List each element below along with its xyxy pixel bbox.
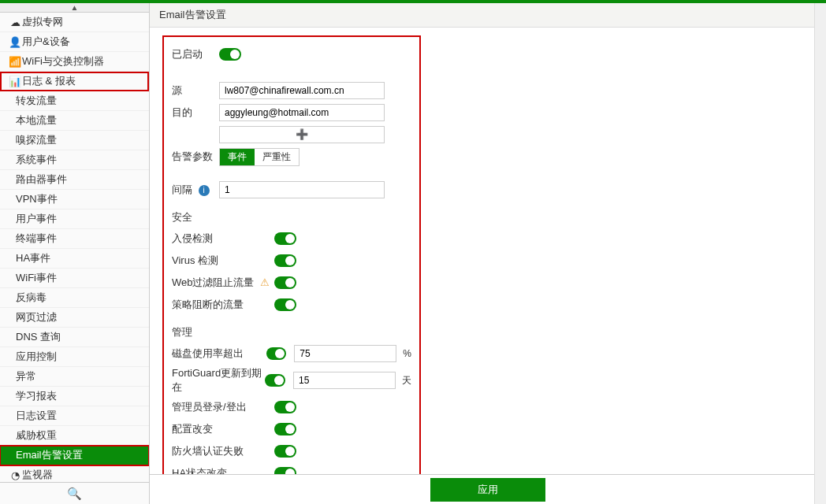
form-container: 已启动 源 目的 ➕ 告警参数 [162, 35, 421, 474]
sidebar-item-20[interactable]: 日志设置 [0, 406, 149, 426]
main-panel: 已启动 源 目的 ➕ 告警参数 [150, 28, 826, 474]
intrusion-label: 入侵检测 [172, 232, 274, 246]
sidebar-item-7[interactable]: 系统事件 [0, 150, 149, 170]
policy-toggle[interactable] [274, 298, 296, 311]
sidebar-item-label: 学习报表 [16, 389, 57, 403]
sidebar-item-16[interactable]: DNS 查询 [0, 328, 149, 347]
nav-icon: 👤 [8, 36, 22, 48]
sidebar-footer: 🔍 [0, 482, 149, 504]
sidebar-item-6[interactable]: 嗅探流量 [0, 131, 149, 150]
sidebar-item-label: Email告警设置 [16, 448, 83, 462]
sidebar-item-3[interactable]: 📊日志 & 报表 [0, 72, 149, 91]
interval-label: 间隔 i [172, 183, 219, 197]
sidebar-item-label: 终端事件 [16, 232, 57, 246]
ha-label: HA状态改变 [172, 466, 274, 474]
sidebar-item-label: 日志设置 [16, 409, 57, 423]
sidebar-item-label: 反病毒 [16, 291, 47, 305]
fwauth-label: 防火墙认证失败 [172, 444, 274, 458]
nav-icon: ☁ [8, 17, 22, 28]
alert-param-tabs: 事件 严重性 [219, 148, 300, 166]
nav-icon: 📶 [8, 56, 22, 68]
webfilter-label: Web过滤阻止流量 ⚠ [172, 276, 274, 290]
add-dest-button[interactable]: ➕ [219, 126, 385, 143]
sidebar-item-label: 路由器事件 [16, 172, 67, 187]
virus-label: Virus 检测 [172, 254, 274, 268]
search-icon[interactable]: 🔍 [67, 487, 82, 501]
disk-unit: % [403, 348, 411, 359]
sidebar-scroll-up[interactable]: ▲ [0, 3, 149, 13]
content: Email告警设置 已启动 源 目的 ➕ [150, 3, 826, 504]
tab-severity[interactable]: 严重性 [255, 149, 299, 165]
sidebar-item-11[interactable]: 终端事件 [0, 229, 149, 249]
content-scrollbar[interactable] [814, 3, 826, 504]
webfilter-toggle[interactable] [274, 276, 296, 289]
alert-param-label: 告警参数 [172, 150, 219, 164]
sidebar-item-label: 虚拟专网 [22, 15, 63, 29]
info-icon[interactable]: i [199, 185, 210, 196]
sidebar-item-4[interactable]: 转发流量 [0, 91, 149, 111]
sidebar-item-0[interactable]: ☁虚拟专网 [0, 13, 149, 32]
sidebar-item-21[interactable]: 威胁权重 [0, 426, 149, 446]
sidebar-item-label: 网页过滤 [16, 310, 57, 324]
dest-input[interactable] [219, 104, 385, 121]
sidebar-item-label: 应用控制 [16, 350, 57, 364]
warning-icon: ⚠ [260, 276, 270, 288]
intrusion-toggle[interactable] [274, 232, 296, 245]
sidebar-item-label: 嗅探流量 [16, 133, 57, 147]
sidebar-item-label: VPN事件 [16, 192, 58, 206]
nav-icon: ◔ [8, 469, 22, 481]
sidebar-item-22[interactable]: Email告警设置 [0, 446, 149, 465]
dest-label: 目的 [172, 106, 219, 120]
sidebar-item-23[interactable]: ◔监视器 [0, 465, 149, 482]
virus-toggle[interactable] [274, 254, 296, 267]
enabled-toggle[interactable] [219, 48, 241, 61]
config-toggle[interactable] [274, 423, 296, 435]
sidebar-item-8[interactable]: 路由器事件 [0, 170, 149, 190]
source-input[interactable] [219, 82, 385, 99]
forti-input[interactable] [293, 372, 396, 389]
section-manage: 管理 [172, 325, 411, 339]
sidebar-item-label: 本地流量 [16, 113, 57, 128]
sidebar-item-label: 异常 [16, 369, 36, 384]
disk-toggle[interactable] [266, 347, 287, 360]
sidebar-item-label: WiFi与交换控制器 [22, 54, 104, 69]
tab-event[interactable]: 事件 [220, 149, 255, 165]
sidebar-item-label: 日志 & 报表 [22, 74, 76, 88]
sidebar-scroll: ☁虚拟专网👤用户&设备📶WiFi与交换控制器📊日志 & 报表转发流量本地流量嗅探… [0, 13, 149, 482]
sidebar-item-2[interactable]: 📶WiFi与交换控制器 [0, 52, 149, 72]
nav-icon: 📊 [8, 76, 22, 87]
sidebar-item-17[interactable]: 应用控制 [0, 347, 149, 367]
app-root: ▲ ☁虚拟专网👤用户&设备📶WiFi与交换控制器📊日志 & 报表转发流量本地流量… [0, 0, 826, 504]
sidebar-item-label: HA事件 [16, 251, 50, 265]
sidebar-item-15[interactable]: 网页过滤 [0, 308, 149, 328]
sidebar-item-label: 用户事件 [16, 212, 57, 226]
page-title: Email告警设置 [150, 3, 826, 28]
sidebar-item-label: 转发流量 [16, 94, 57, 108]
interval-input[interactable] [219, 181, 385, 198]
disk-label: 磁盘使用率超出 [172, 346, 266, 361]
sidebar-item-12[interactable]: HA事件 [0, 249, 149, 269]
sidebar-item-label: 用户&设备 [22, 35, 70, 49]
sidebar-item-14[interactable]: 反病毒 [0, 288, 149, 308]
sidebar-item-13[interactable]: WiFi事件 [0, 269, 149, 288]
enabled-label: 已启动 [172, 47, 219, 61]
policy-label: 策略阻断的流量 [172, 298, 274, 312]
forti-label: FortiGuard更新到期在 [172, 366, 265, 395]
section-security: 安全 [172, 210, 411, 224]
sidebar-item-label: WiFi事件 [16, 271, 57, 285]
sidebar-item-5[interactable]: 本地流量 [0, 111, 149, 131]
admin-toggle[interactable] [274, 401, 296, 413]
disk-input[interactable] [294, 345, 396, 362]
sidebar-item-10[interactable]: 用户事件 [0, 209, 149, 229]
forti-toggle[interactable] [265, 374, 285, 387]
sidebar-item-18[interactable]: 异常 [0, 367, 149, 387]
ha-toggle[interactable] [274, 467, 296, 474]
sidebar-item-19[interactable]: 学习报表 [0, 387, 149, 406]
sidebar-item-9[interactable]: VPN事件 [0, 190, 149, 209]
apply-button[interactable]: 应用 [430, 478, 545, 502]
sidebar-item-label: DNS 查询 [16, 330, 61, 344]
fwauth-toggle[interactable] [274, 445, 296, 458]
bottom-bar: 应用 [150, 474, 826, 504]
sidebar-item-label: 威胁权重 [16, 428, 57, 443]
sidebar-item-1[interactable]: 👤用户&设备 [0, 32, 149, 52]
